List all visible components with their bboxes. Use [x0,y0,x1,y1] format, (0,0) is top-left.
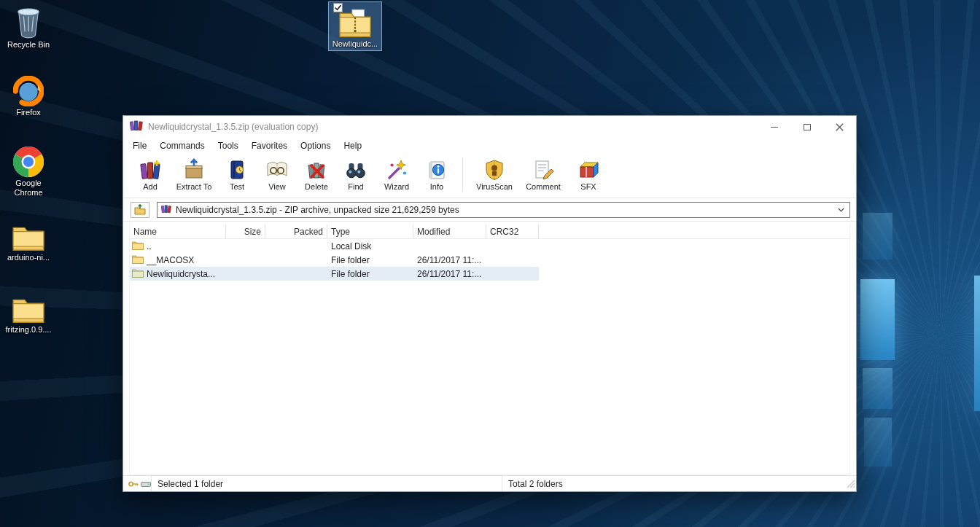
comment-icon [531,157,556,181]
virusscan-icon [482,157,507,181]
toolbar-wizard-button[interactable]: Wizard [376,156,418,196]
recycle-bin-icon [11,5,46,39]
desktop-icon-newliquidcrystal-zip[interactable]: Newliquidc... [328,1,382,51]
windows-logo-pane [974,276,980,411]
column-header-modified[interactable]: Modified [413,225,486,238]
winrar-window: Newliquidcrystal_1.3.5.zip (evaluation c… [122,115,857,492]
address-bar: Newliquidcrystal_1.3.5.zip - ZIP archive… [123,198,856,222]
desktop-icon-firefox[interactable]: Firefox [1,70,55,120]
find-icon [343,157,368,181]
column-header-packed[interactable]: Packed [265,225,327,238]
desktop-icon-fritzing-folder[interactable]: fritzing.0.9.... [1,287,55,337]
cell-modified: 26/11/2017 11:... [413,269,486,279]
cell-type: File folder [327,255,413,265]
up-one-level-button[interactable] [131,202,149,218]
cell-name: .. [147,241,152,251]
menu-item-options[interactable]: Options [294,138,337,153]
column-header-crc32[interactable]: CRC32 [486,225,539,238]
toolbar-separator [462,157,463,192]
desktop-icon-arduino-folder[interactable]: arduino-ni... [1,215,55,265]
info-icon [424,157,449,181]
toolbar: Add Extract To [123,154,856,198]
column-header-type[interactable]: Type [327,225,413,238]
toolbar-extract-to-button[interactable]: Extract To [171,156,217,196]
extract-to-icon [182,157,206,181]
menu-item-favorites[interactable]: Favorites [245,138,294,153]
selection-checkbox-icon[interactable] [333,2,343,15]
caption-buttons [758,116,856,138]
cell-name: Newliquidcrysta... [147,269,215,279]
status-selected-text: Selected 1 folder [158,479,223,489]
toolbar-label: Extract To [176,182,212,191]
desktop-icon-label: Firefox [16,108,41,117]
cell-type: Local Disk [327,241,413,251]
status-bar: Selected 1 folder Total 2 folders [123,475,856,491]
windows-logo-pane [860,279,895,360]
windows-logo-pane [863,368,892,409]
winrar-logo-icon [161,203,171,216]
toolbar-find-button[interactable]: Find [336,156,376,196]
toolbar-add-button[interactable]: Add [129,156,171,196]
menu-item-help[interactable]: Help [337,138,368,153]
toolbar-label: VirusScan [476,182,513,191]
sfx-icon [576,157,601,181]
folder-row-icon [132,254,144,266]
minimize-icon [771,127,778,128]
menu-bar: File Commands Tools Favorites Options He… [123,138,856,154]
cell-type: File folder [327,269,413,279]
toolbar-label: Comment [526,182,561,191]
toolbar-comment-button[interactable]: Comment [519,156,567,196]
maximize-button[interactable] [790,116,823,138]
desktop-icon-label: Google Chrome [4,179,53,198]
maximize-icon [804,124,811,130]
toolbar-virusscan-button[interactable]: VirusScan [470,156,519,196]
close-button[interactable] [823,116,856,138]
resize-grip-icon[interactable] [847,480,855,491]
windows-logo-pane [863,213,892,259]
toolbar-view-button[interactable]: View [257,156,297,196]
status-total-section: Total 2 folders [502,476,856,491]
toolbar-label: Delete [305,182,328,191]
column-header-size[interactable]: Size [226,225,265,238]
toolbar-label: Find [348,182,363,191]
archive-path-text: Newliquidcrystal_1.3.5.zip - ZIP archive… [176,205,831,215]
toolbar-sfx-button[interactable]: SFX [567,156,610,196]
firefox-icon [11,73,46,106]
toolbar-label: Wizard [384,182,409,191]
desktop-icon-recycle-bin[interactable]: Recycle Bin [1,2,55,52]
toolbar-delete-button[interactable]: Delete [297,156,336,196]
file-row-up[interactable]: .. Local Disk [130,239,539,253]
test-icon [225,157,249,181]
status-total-text: Total 2 folders [508,479,563,489]
cell-modified: 26/11/2017 11:... [413,255,486,265]
minimize-button[interactable] [758,116,790,138]
desktop-icon-label: Newliquidc... [332,39,378,49]
desktop-icon-label: arduino-ni... [7,253,50,262]
archive-path-combobox[interactable]: Newliquidcrystal_1.3.5.zip - ZIP archive… [157,202,850,218]
folder-up-row-icon [132,241,144,252]
toolbar-label: View [268,182,286,191]
combobox-dropdown-button[interactable] [836,203,846,217]
view-icon [265,157,289,181]
toolbar-test-button[interactable]: Test [217,156,257,196]
toolbar-info-button[interactable]: Info [418,156,456,196]
add-icon [138,157,163,181]
file-row-newliquidcrystal[interactable]: Newliquidcrysta... File folder 26/11/201… [130,267,539,281]
zip-folder-icon [338,4,373,38]
menu-item-tools[interactable]: Tools [211,138,245,153]
folder-icon [11,218,46,251]
column-header-name[interactable]: Name [130,225,226,238]
desktop: Recycle Bin Firefox Google Chrome [0,0,980,527]
window-title: Newliquidcrystal_1.3.5.zip (evaluation c… [148,122,758,132]
menu-item-commands[interactable]: Commands [153,138,211,153]
key-icon [128,480,139,488]
status-icons [123,476,152,491]
file-list: Name Size Packed Type Modified CRC32 .. [129,225,850,475]
chrome-icon [11,144,46,177]
file-row-macosx[interactable]: __MACOSX File folder 26/11/2017 11:... [130,253,539,267]
desktop-icon-google-chrome[interactable]: Google Chrome [1,141,55,200]
desktop-icon-label: Recycle Bin [7,40,50,50]
toolbar-label: Test [230,182,244,191]
menu-item-file[interactable]: File [126,138,153,153]
title-bar[interactable]: Newliquidcrystal_1.3.5.zip (evaluation c… [123,116,856,138]
